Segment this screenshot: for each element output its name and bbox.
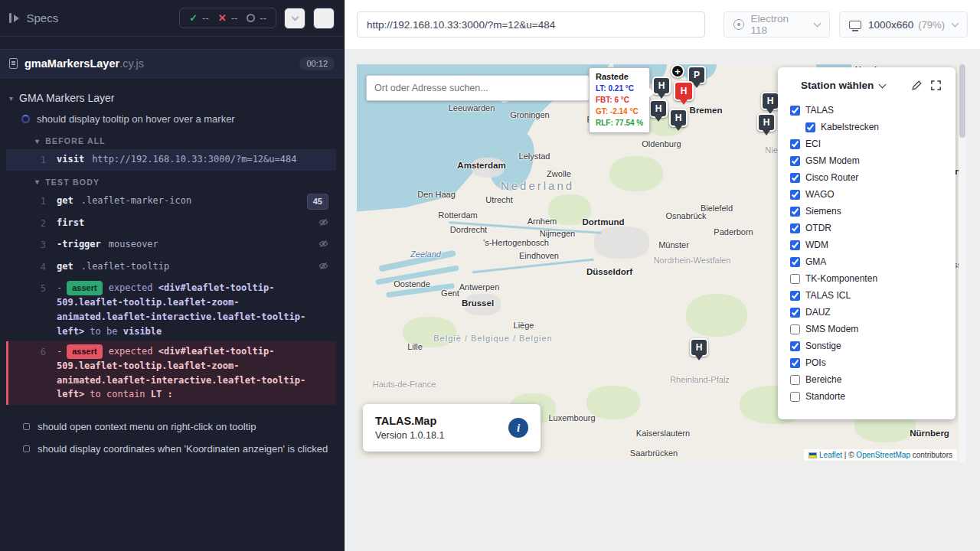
station-item[interactable]: TK-Komponenten: [790, 270, 943, 287]
station-marker[interactable]: H: [757, 113, 776, 132]
station-checkbox[interactable]: [790, 139, 800, 149]
specs-list-toggle-icon[interactable]: [9, 13, 19, 23]
station-item[interactable]: TALAS: [790, 102, 943, 119]
station-item[interactable]: Bereiche: [790, 371, 943, 388]
marker-glyph: H: [767, 96, 774, 106]
command-row[interactable]: 5-assertexpected <div#leaflet-tooltip-50…: [6, 278, 336, 341]
station-checkbox[interactable]: [790, 207, 800, 217]
command-body: visithttp://192.168.10.33:3000/?m=12&u=4…: [57, 152, 328, 167]
spec-name: gmaMarkersLayer: [24, 57, 119, 70]
marker-tooltip[interactable]: Rastede LT: 0.21 °CFBT: 6 °CGT: -2.14 °C…: [589, 67, 650, 133]
suite-title: GMA Markers Layer: [19, 92, 114, 104]
attribution-separator: | ©: [842, 451, 856, 459]
suite-row[interactable]: ▾ GMA Markers Layer: [6, 86, 336, 109]
station-item[interactable]: TALAS ICL: [790, 287, 943, 304]
chevron-down-icon: ▾: [35, 137, 40, 145]
station-label: Cisco Router: [805, 172, 858, 183]
station-marker[interactable]: H: [761, 92, 779, 110]
url-input[interactable]: [357, 11, 705, 37]
station-checkbox[interactable]: [805, 122, 815, 132]
aut-scrollbar[interactable]: [959, 64, 966, 462]
runnables-tree: ▾ GMA Markers Layer should display toolt…: [0, 78, 344, 460]
expand-button[interactable]: [929, 78, 943, 93]
station-item[interactable]: OTDR: [790, 220, 943, 236]
station-item[interactable]: Siemens: [790, 203, 943, 220]
tooltip-rows: LT: 0.21 °CFBT: 6 °CGT: -2.14 °CRLF: 77.…: [596, 83, 643, 129]
test-body-header[interactable]: ▾ TEST BODY: [6, 171, 336, 191]
station-marker[interactable]: H: [652, 77, 671, 95]
osm-link[interactable]: OpenStreetMap: [856, 451, 910, 459]
station-checkbox[interactable]: [790, 223, 800, 233]
station-checkbox[interactable]: [790, 308, 800, 318]
scrollbar-thumb[interactable]: [959, 64, 965, 138]
command-row[interactable]: 3-triggermouseover: [6, 234, 336, 256]
station-checkbox[interactable]: [790, 291, 800, 301]
station-checkbox[interactable]: [790, 257, 800, 267]
panel-title[interactable]: Station wählen: [801, 80, 874, 91]
command-row[interactable]: 6-assertexpected <div#leaflet-tooltip-50…: [6, 341, 336, 405]
command-row[interactable]: 2first: [6, 213, 336, 235]
station-item[interactable]: DAUZ: [790, 304, 943, 321]
chevron-down-icon[interactable]: [879, 80, 887, 88]
spec-file-row[interactable]: gmaMarkersLayer.cy.js 00:12: [0, 49, 344, 78]
expand-icon: [930, 80, 942, 91]
command-body: get.leaflet-marker-icon: [57, 194, 307, 208]
station-checkbox[interactable]: [790, 173, 800, 183]
station-item[interactable]: GSM Modem: [790, 152, 943, 169]
pending-test-row[interactable]: should display coordinates when 'Koordin…: [6, 438, 336, 460]
aut-panel: Electron 118 1000x660 (79%): [345, 0, 980, 551]
station-item[interactable]: Standorte: [790, 388, 943, 405]
station-item[interactable]: GMA: [790, 253, 943, 270]
station-item[interactable]: ECI: [790, 135, 943, 152]
assert-segment: visible: [123, 326, 162, 337]
station-checkbox[interactable]: [790, 190, 800, 200]
command-body: get.leaflet-tooltip: [57, 259, 318, 274]
viewport-selector[interactable]: 1000x660 (79%): [839, 11, 968, 37]
station-item[interactable]: WDM: [790, 236, 943, 253]
station-item[interactable]: SMS Modem: [790, 321, 943, 337]
station-checkbox[interactable]: [790, 324, 800, 334]
specs-title[interactable]: Specs: [27, 11, 59, 24]
station-item[interactable]: WAGO: [790, 186, 943, 203]
station-checkbox[interactable]: [790, 375, 800, 385]
command-prefix: -: [57, 282, 62, 293]
pending-test-title: should display coordinates when 'Koordin…: [38, 443, 328, 455]
station-marker[interactable]: H: [669, 109, 688, 127]
station-item[interactable]: Cisco Router: [790, 169, 943, 186]
command-row[interactable]: 1get.leaflet-marker-icon45: [6, 191, 336, 213]
station-checkbox[interactable]: [790, 240, 800, 250]
map-search-box: [366, 75, 590, 101]
map-label: Zwolle: [547, 169, 571, 178]
station-checkbox[interactable]: [790, 392, 800, 402]
station-marker[interactable]: H: [690, 338, 708, 357]
info-icon[interactable]: i: [508, 418, 528, 438]
leaflet-link[interactable]: Leaflet: [819, 451, 842, 459]
command-row[interactable]: 4get.leaflet-tooltip: [6, 256, 336, 279]
stop-button[interactable]: [313, 8, 335, 29]
assert-badge: assert: [67, 281, 102, 295]
search-input[interactable]: [374, 83, 581, 93]
station-item[interactable]: Kabelstrecken: [790, 119, 943, 135]
station-item[interactable]: Sonstige: [790, 337, 943, 354]
station-marker[interactable]: H: [649, 99, 668, 118]
collapse-button[interactable]: [284, 8, 305, 29]
edit-button[interactable]: [910, 78, 924, 93]
station-checkbox[interactable]: [790, 341, 800, 351]
station-checkbox[interactable]: [790, 358, 800, 368]
station-checkbox[interactable]: [790, 106, 800, 116]
map-label: Rheinland-Pfalz: [670, 375, 730, 384]
map-label: Nürnberg: [910, 429, 949, 438]
pending-test-row[interactable]: should open context menu on right-click …: [6, 416, 336, 438]
station-item[interactable]: POIs: [790, 354, 943, 371]
command-number: 2: [32, 216, 46, 231]
zoom-plus-control[interactable]: +: [671, 64, 684, 78]
leaflet-map[interactable]: LeeuwardenGroningenEmdenOldenburgBremenH…: [357, 64, 959, 462]
command-row[interactable]: 1visithttp://192.168.10.33:3000/?m=12&u=…: [6, 149, 336, 171]
station-checkbox[interactable]: [790, 156, 800, 166]
station-checkbox[interactable]: [790, 274, 800, 284]
station-marker[interactable]: H: [674, 81, 694, 101]
browser-selector[interactable]: Electron 118: [724, 11, 830, 37]
active-test-row[interactable]: should display tooltip on hover over a m…: [6, 109, 336, 129]
failed-count: --: [231, 12, 238, 24]
before-all-header[interactable]: ▾ BEFORE ALL: [6, 129, 336, 149]
